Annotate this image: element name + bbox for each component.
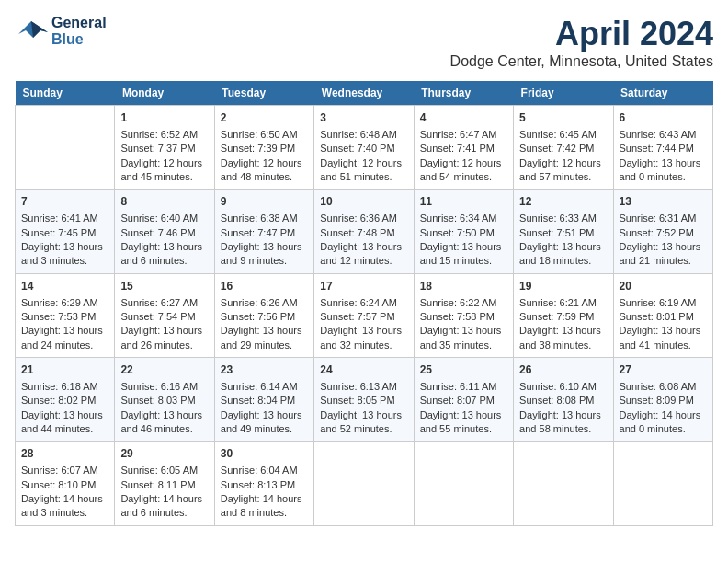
day-info: Sunrise: 6:47 AM <box>420 128 507 142</box>
day-info: Sunset: 7:41 PM <box>420 142 507 155</box>
day-info: and 8 minutes. <box>221 506 308 520</box>
day-info: and 24 minutes. <box>21 339 108 352</box>
day-number: 11 <box>420 194 507 210</box>
day-number: 16 <box>221 279 308 294</box>
day-info: Daylight: 13 hours <box>420 408 507 422</box>
page-header: General Blue April 2024 Dodge Center, Mi… <box>15 15 713 70</box>
calendar-cell: 6Sunrise: 6:43 AMSunset: 7:44 PMDaylight… <box>613 106 712 190</box>
calendar-cell: 26Sunrise: 6:10 AMSunset: 8:08 PMDayligh… <box>514 358 613 442</box>
calendar-cell: 21Sunrise: 6:18 AMSunset: 8:02 PMDayligh… <box>16 358 115 442</box>
calendar-cell: 13Sunrise: 6:31 AMSunset: 7:52 PMDayligh… <box>613 190 712 273</box>
day-info: Daylight: 13 hours <box>620 156 707 170</box>
day-info: Sunset: 7:56 PM <box>221 310 308 324</box>
calendar-cell: 8Sunrise: 6:40 AMSunset: 7:46 PMDaylight… <box>115 190 214 273</box>
calendar-cell: 12Sunrise: 6:33 AMSunset: 7:51 PMDayligh… <box>514 190 613 273</box>
day-info: Sunrise: 6:13 AM <box>320 380 407 394</box>
day-number: 17 <box>320 279 407 294</box>
calendar-cell <box>514 442 613 525</box>
calendar-cell: 10Sunrise: 6:36 AMSunset: 7:48 PMDayligh… <box>314 190 414 273</box>
calendar-cell: 4Sunrise: 6:47 AMSunset: 7:41 PMDaylight… <box>414 106 513 190</box>
day-info: Sunrise: 6:18 AM <box>21 380 108 394</box>
day-number: 1 <box>120 110 208 126</box>
day-info: and 58 minutes. <box>519 422 607 436</box>
day-number: 22 <box>120 362 208 378</box>
calendar-cell: 17Sunrise: 6:24 AMSunset: 7:57 PMDayligh… <box>314 273 414 357</box>
logo-text: General Blue <box>51 15 107 48</box>
calendar-cell: 5Sunrise: 6:45 AMSunset: 7:42 PMDaylight… <box>514 106 613 190</box>
day-info: Daylight: 13 hours <box>519 408 607 422</box>
day-info: Sunset: 8:13 PM <box>221 478 308 492</box>
calendar-cell: 30Sunrise: 6:04 AMSunset: 8:13 PMDayligh… <box>214 442 313 525</box>
day-info: and 6 minutes. <box>120 254 208 268</box>
day-info: Sunset: 7:53 PM <box>21 310 108 324</box>
day-info: Daylight: 12 hours <box>420 156 507 170</box>
day-info: Sunset: 7:52 PM <box>620 226 707 240</box>
day-info: Daylight: 14 hours <box>620 408 707 422</box>
calendar-cell: 25Sunrise: 6:11 AMSunset: 8:07 PMDayligh… <box>414 358 513 442</box>
day-info: Sunrise: 6:11 AM <box>420 380 507 394</box>
day-number: 28 <box>21 446 108 462</box>
day-number: 29 <box>120 446 208 462</box>
day-number: 5 <box>519 110 607 126</box>
day-info: Sunrise: 6:29 AM <box>21 296 108 310</box>
calendar-cell: 15Sunrise: 6:27 AMSunset: 7:54 PMDayligh… <box>115 273 214 357</box>
day-info: Daylight: 13 hours <box>21 324 108 338</box>
day-info: Daylight: 12 hours <box>519 156 607 170</box>
calendar-cell: 16Sunrise: 6:26 AMSunset: 7:56 PMDayligh… <box>214 273 313 357</box>
column-header-monday: Monday <box>115 81 214 106</box>
column-header-wednesday: Wednesday <box>314 81 414 106</box>
calendar-cell: 18Sunrise: 6:22 AMSunset: 7:58 PMDayligh… <box>414 273 513 357</box>
calendar-cell: 24Sunrise: 6:13 AMSunset: 8:05 PMDayligh… <box>314 358 414 442</box>
logo-icon <box>15 17 48 45</box>
day-number: 10 <box>320 194 407 210</box>
calendar-cell: 14Sunrise: 6:29 AMSunset: 7:53 PMDayligh… <box>16 273 115 357</box>
calendar-header-row: SundayMondayTuesdayWednesdayThursdayFrid… <box>16 81 713 106</box>
day-info: Sunset: 7:57 PM <box>320 310 407 324</box>
day-info: Daylight: 13 hours <box>221 324 308 338</box>
day-info: Sunset: 8:08 PM <box>519 394 607 408</box>
calendar-cell: 9Sunrise: 6:38 AMSunset: 7:47 PMDaylight… <box>214 190 313 273</box>
day-info: Sunrise: 6:34 AM <box>420 212 507 225</box>
day-number: 7 <box>21 194 108 210</box>
day-number: 20 <box>620 279 707 294</box>
column-header-thursday: Thursday <box>414 81 513 106</box>
day-info: Daylight: 13 hours <box>320 324 407 338</box>
calendar-cell: 23Sunrise: 6:14 AMSunset: 8:04 PMDayligh… <box>214 358 313 442</box>
day-info: Sunrise: 6:27 AM <box>120 296 208 310</box>
calendar-cell: 7Sunrise: 6:41 AMSunset: 7:45 PMDaylight… <box>16 190 115 273</box>
calendar-cell: 3Sunrise: 6:48 AMSunset: 7:40 PMDaylight… <box>314 106 414 190</box>
calendar-cell <box>16 106 115 190</box>
day-number: 27 <box>620 362 707 378</box>
calendar-table: SundayMondayTuesdayWednesdayThursdayFrid… <box>15 81 713 526</box>
day-number: 2 <box>221 110 308 126</box>
calendar-cell: 22Sunrise: 6:16 AMSunset: 8:03 PMDayligh… <box>115 358 214 442</box>
day-info: Sunrise: 6:04 AM <box>221 464 308 477</box>
day-info: Sunset: 8:09 PM <box>620 394 707 408</box>
day-info: and 3 minutes. <box>21 506 108 520</box>
calendar-cell: 19Sunrise: 6:21 AMSunset: 7:59 PMDayligh… <box>514 273 613 357</box>
day-info: Daylight: 13 hours <box>320 240 407 254</box>
day-info: Sunset: 7:45 PM <box>21 226 108 240</box>
day-info: Sunset: 7:58 PM <box>420 310 507 324</box>
day-info: Daylight: 13 hours <box>519 240 607 254</box>
day-info: Sunrise: 6:14 AM <box>221 380 308 394</box>
day-info: Daylight: 12 hours <box>221 156 308 170</box>
day-number: 25 <box>420 362 507 378</box>
day-info: and 0 minutes. <box>620 422 707 436</box>
day-number: 6 <box>620 110 707 126</box>
day-number: 23 <box>221 362 308 378</box>
calendar-cell: 29Sunrise: 6:05 AMSunset: 8:11 PMDayligh… <box>115 442 214 525</box>
day-info: Daylight: 13 hours <box>21 408 108 422</box>
day-info: Daylight: 13 hours <box>120 408 208 422</box>
day-info: Daylight: 13 hours <box>120 240 208 254</box>
day-info: Daylight: 13 hours <box>620 324 707 338</box>
calendar-cell: 2Sunrise: 6:50 AMSunset: 7:39 PMDaylight… <box>214 106 313 190</box>
day-info: Sunset: 7:59 PM <box>519 310 607 324</box>
day-info: and 12 minutes. <box>320 254 407 268</box>
day-info: Daylight: 13 hours <box>320 408 407 422</box>
day-info: Sunrise: 6:21 AM <box>519 296 607 310</box>
calendar-cell: 1Sunrise: 6:52 AMSunset: 7:37 PMDaylight… <box>115 106 214 190</box>
day-info: and 29 minutes. <box>221 339 308 352</box>
calendar-cell: 11Sunrise: 6:34 AMSunset: 7:50 PMDayligh… <box>414 190 513 273</box>
calendar-week-row: 21Sunrise: 6:18 AMSunset: 8:02 PMDayligh… <box>16 358 713 442</box>
